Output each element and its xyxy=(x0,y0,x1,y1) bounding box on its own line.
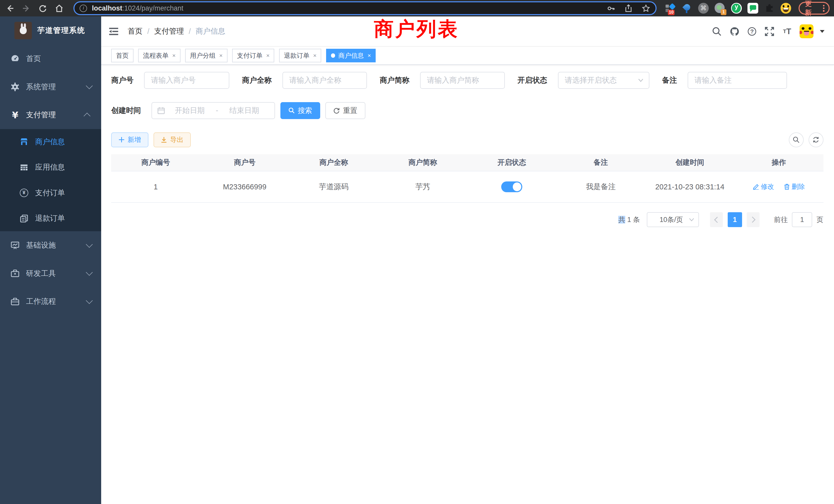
url-host: localhost xyxy=(92,4,122,12)
table-header-row: 商户编号 商户号 商户全称 商户简称 开启状态 备注 创建时间 操作 xyxy=(111,154,824,171)
close-icon[interactable]: × xyxy=(313,52,316,59)
password-key-icon[interactable] xyxy=(607,4,615,13)
sidebar-item-home[interactable]: 首页 xyxy=(0,45,101,73)
full-name-input[interactable] xyxy=(282,72,367,89)
home-icon[interactable] xyxy=(55,4,64,13)
export-button[interactable]: 导出 xyxy=(154,132,191,147)
table-row: 1 M233666999 芋道源码 芋艿 我是备注 2021-10-23 08:… xyxy=(111,171,824,203)
search-button[interactable]: 搜索 xyxy=(280,102,320,119)
sidebar-item-system[interactable]: 系统管理 xyxy=(0,73,101,101)
refresh-icon xyxy=(812,136,819,143)
extension-balloon-icon[interactable] xyxy=(682,3,692,13)
sidebar-item-merchant-info[interactable]: 商户信息 xyxy=(0,129,101,155)
logo-rabbit-image xyxy=(14,22,32,39)
sidebar-item-payment[interactable]: ¥ 支付管理 xyxy=(0,101,101,129)
font-size-icon[interactable]: TT xyxy=(782,26,792,37)
sidebar-item-workflow[interactable]: 工作流程 xyxy=(0,288,101,316)
chevron-right-icon xyxy=(749,217,755,223)
trash-icon xyxy=(784,183,790,190)
sidebar-item-refund-order[interactable]: 退款订单 xyxy=(0,206,101,231)
dashboard-icon xyxy=(10,54,20,63)
close-icon[interactable]: × xyxy=(368,52,371,59)
reload-icon[interactable] xyxy=(38,4,47,13)
chevron-down-icon xyxy=(86,241,92,247)
merchant-no-input[interactable] xyxy=(144,72,229,89)
close-icon[interactable]: × xyxy=(266,52,270,59)
user-avatar[interactable] xyxy=(799,24,813,38)
merchant-table: 商户编号 商户号 商户全称 商户简称 开启状态 备注 创建时间 操作 1 xyxy=(111,154,824,203)
github-icon[interactable] xyxy=(729,26,740,37)
col-merchant-no: 商户号 xyxy=(200,154,289,171)
sidebar-item-app-info[interactable]: 应用信息 xyxy=(0,155,101,180)
extension-meet-icon[interactable]: 1 xyxy=(715,3,725,13)
goto-page-input[interactable] xyxy=(792,212,812,227)
bookmark-star-icon[interactable] xyxy=(642,4,650,13)
start-date-placeholder: 开始日期 xyxy=(165,106,215,116)
browser-update-button[interactable]: 更新 xyxy=(798,2,830,15)
tab-process-form[interactable]: 流程表单× xyxy=(138,49,180,63)
extension-blocks-icon[interactable]: 10 xyxy=(665,3,676,13)
goto-label: 前往 xyxy=(774,215,788,224)
share-icon[interactable] xyxy=(624,4,633,13)
site-info-icon[interactable]: i xyxy=(80,5,87,12)
status-toggle[interactable] xyxy=(501,181,523,192)
status-select[interactable]: 请选择开启状态 xyxy=(558,72,650,89)
sidebar-item-pay-order[interactable]: ¥ 支付订单 xyxy=(0,180,101,206)
sidebar-toggle-icon[interactable] xyxy=(109,26,118,37)
breadcrumb-home[interactable]: 首页 xyxy=(128,26,142,37)
app-logo[interactable]: 芋道管理系统 xyxy=(0,17,101,39)
page-number-button[interactable]: 1 xyxy=(728,212,742,227)
tab-user-group[interactable]: 用户分组× xyxy=(185,49,227,63)
user-menu-caret-icon[interactable] xyxy=(820,30,825,33)
close-icon[interactable]: × xyxy=(172,52,176,59)
create-time-label: 创建时间 xyxy=(111,106,141,116)
table-icon xyxy=(20,163,28,172)
browser-menu-icon[interactable] xyxy=(823,5,825,12)
remark-label: 备注 xyxy=(662,75,677,86)
sidebar-item-label: 退款订单 xyxy=(35,213,65,224)
help-icon[interactable]: ? xyxy=(747,26,757,37)
extension-chat-icon[interactable] xyxy=(747,3,758,13)
fullscreen-icon[interactable] xyxy=(764,26,774,37)
yuan-icon: ¥ xyxy=(10,111,20,120)
url-bar[interactable]: i localhost:1024/pay/merchant xyxy=(73,1,657,15)
goto-suffix: 页 xyxy=(816,215,824,224)
cell-merchant-no: M233666999 xyxy=(200,171,289,203)
add-button[interactable]: 新增 xyxy=(111,132,148,147)
tab-pay-order[interactable]: 支付订单× xyxy=(232,49,274,63)
search-icon xyxy=(793,136,799,143)
delete-link[interactable]: 删除 xyxy=(784,182,805,191)
tab-merchant-info[interactable]: 商户信息× xyxy=(326,49,376,63)
back-icon[interactable] xyxy=(5,4,14,13)
toggle-search-button[interactable] xyxy=(789,132,804,147)
page-size-select[interactable]: 10条/页 xyxy=(647,212,699,227)
extension-command-icon[interactable]: ⌘ xyxy=(698,3,709,13)
next-page-button[interactable] xyxy=(747,212,760,227)
status-label: 开启状态 xyxy=(518,75,547,86)
chevron-down-icon xyxy=(86,83,92,89)
forward-icon[interactable] xyxy=(22,4,31,13)
breadcrumb-separator: / xyxy=(189,27,191,36)
remark-input[interactable] xyxy=(688,72,787,89)
search-icon[interactable] xyxy=(712,26,722,37)
payment-submenu: 商户信息 应用信息 ¥ 支付订单 退款订单 xyxy=(0,129,101,231)
edit-link[interactable]: 修改 xyxy=(753,182,774,191)
tab-home[interactable]: 首页 xyxy=(111,49,133,63)
extensions-puzzle-icon[interactable] xyxy=(764,3,775,13)
tab-refund-order[interactable]: 退款订单× xyxy=(279,49,321,63)
sidebar-item-dev-tools[interactable]: 研发工具 xyxy=(0,259,101,288)
prev-page-button[interactable] xyxy=(710,212,723,227)
close-icon[interactable]: × xyxy=(219,52,223,59)
reset-button[interactable]: 重置 xyxy=(325,102,365,119)
shop-icon xyxy=(20,138,28,146)
refresh-table-button[interactable] xyxy=(809,132,824,147)
profile-emoji-icon[interactable] xyxy=(781,3,791,13)
extension-y-icon[interactable]: y xyxy=(731,3,742,13)
short-name-input[interactable] xyxy=(420,72,505,89)
sidebar-item-infrastructure[interactable]: 基础设施 xyxy=(0,231,101,259)
breadcrumb-payment[interactable]: 支付管理 xyxy=(154,26,184,37)
create-time-range-picker[interactable]: 开始日期 - 结束日期 xyxy=(152,102,275,119)
chevron-down-icon xyxy=(86,297,92,304)
app-title: 芋道管理系统 xyxy=(37,25,85,36)
full-name-label: 商户全称 xyxy=(242,75,272,86)
